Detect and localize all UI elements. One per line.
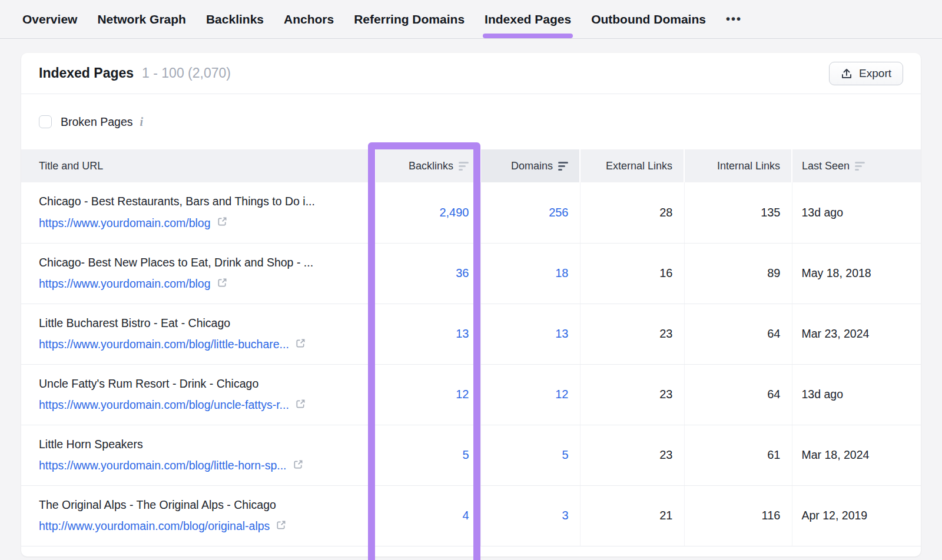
last-seen-value: 13d ago <box>792 364 921 425</box>
row-title: Uncle Fatty's Rum Resort - Drink - Chica… <box>39 377 375 391</box>
row-title: Chicago - Best Restaurants, Bars and Thi… <box>39 195 375 208</box>
tab-network-graph[interactable]: Network Graph <box>97 0 186 38</box>
backlinks-value[interactable]: 12 <box>456 388 469 401</box>
domains-value[interactable]: 3 <box>562 509 568 522</box>
row-url-link[interactable]: http://www.yourdomain.com/blog/original-… <box>39 519 270 533</box>
external-link-icon[interactable] <box>217 277 228 291</box>
row-url-link[interactable]: https://www.yourdomain.com/blog/little-h… <box>39 459 287 472</box>
domains-value[interactable]: 256 <box>549 206 568 219</box>
last-seen-value: Apr 12, 2019 <box>792 485 921 546</box>
table-row: Little Bucharest Bistro - Eat - Chicago … <box>21 304 921 364</box>
table-header-row: Title and URL Backlinks Domains External… <box>21 149 921 182</box>
external-links-value: 23 <box>580 425 684 485</box>
row-url-link[interactable]: https://www.yourdomain.com/blog <box>39 216 211 230</box>
report-tabs: Overview Network Graph Backlinks Anchors… <box>0 0 942 39</box>
external-link-icon[interactable] <box>293 459 304 473</box>
domains-value[interactable]: 18 <box>555 266 568 279</box>
column-header-backlinks[interactable]: Backlinks <box>375 149 480 182</box>
row-title: The Original Alps - The Original Alps - … <box>39 498 375 512</box>
export-icon <box>841 68 853 79</box>
row-title: Little Bucharest Bistro - Eat - Chicago <box>39 316 375 330</box>
sort-icon <box>855 162 865 171</box>
export-label: Export <box>859 67 891 80</box>
backlinks-value[interactable]: 4 <box>462 509 469 522</box>
last-seen-value: Mar 18, 2024 <box>792 425 921 485</box>
column-header-last-seen[interactable]: Last Seen <box>792 149 921 182</box>
sort-icon <box>459 162 469 171</box>
external-link-icon[interactable] <box>295 338 306 352</box>
backlinks-value[interactable]: 36 <box>456 266 469 279</box>
backlinks-value[interactable]: 2,490 <box>439 206 469 219</box>
broken-pages-label: Broken Pages <box>61 115 133 129</box>
table-row: Uncle Fatty's Rum Resort - Drink - Chica… <box>21 364 921 425</box>
tab-backlinks[interactable]: Backlinks <box>206 0 264 38</box>
broken-pages-checkbox[interactable] <box>39 115 52 128</box>
internal-links-value: 135 <box>684 182 792 243</box>
page-title: Indexed Pages <box>39 65 134 81</box>
table-row: Little Horn Speakers https://www.yourdom… <box>21 425 921 485</box>
external-links-value: 23 <box>580 304 684 364</box>
column-header-title-url: Title and URL <box>21 149 375 182</box>
domains-value[interactable]: 12 <box>555 388 568 401</box>
last-seen-value: May 18, 2018 <box>792 243 921 304</box>
table-row: Chicago- Best New Places to Eat, Drink a… <box>21 243 921 304</box>
sort-active-icon <box>558 162 568 171</box>
indexed-pages-table: Title and URL Backlinks Domains External… <box>21 149 921 546</box>
column-header-domains[interactable]: Domains <box>480 149 580 182</box>
internal-links-value: 61 <box>684 425 792 485</box>
row-url-link[interactable]: https://www.yourdomain.com/blog/uncle-fa… <box>39 398 289 412</box>
export-button[interactable]: Export <box>829 62 903 85</box>
tab-outbound-domains[interactable]: Outbound Domains <box>591 0 706 38</box>
more-tabs-icon[interactable]: ••• <box>726 0 742 38</box>
filter-controls: Broken Pages i <box>21 94 921 149</box>
last-seen-value: 13d ago <box>792 182 921 243</box>
external-links-value: 21 <box>580 485 684 546</box>
backlinks-value[interactable]: 13 <box>456 327 469 340</box>
info-icon[interactable]: i <box>140 115 144 129</box>
tab-overview[interactable]: Overview <box>22 0 77 38</box>
external-link-icon[interactable] <box>217 216 228 230</box>
table-row: The Original Alps - The Original Alps - … <box>21 485 921 546</box>
external-links-value: 16 <box>580 243 684 304</box>
column-header-internal-links: Internal Links <box>684 149 792 182</box>
row-title: Little Horn Speakers <box>39 438 375 451</box>
internal-links-value: 64 <box>684 364 792 425</box>
row-url-link[interactable]: https://www.yourdomain.com/blog <box>39 277 211 291</box>
row-title: Chicago- Best New Places to Eat, Drink a… <box>39 256 375 269</box>
tab-indexed-pages[interactable]: Indexed Pages <box>485 0 571 38</box>
result-range: 1 - 100 (2,070) <box>142 65 231 81</box>
table-row: Chicago - Best Restaurants, Bars and Thi… <box>21 182 921 243</box>
backlinks-value[interactable]: 5 <box>462 448 469 461</box>
internal-links-value: 64 <box>684 304 792 364</box>
external-link-icon[interactable] <box>295 398 306 412</box>
external-links-value: 28 <box>580 182 684 243</box>
domains-value[interactable]: 5 <box>562 448 568 461</box>
column-header-external-links: External Links <box>580 149 684 182</box>
panel-header: Indexed Pages 1 - 100 (2,070) Export <box>21 53 921 94</box>
tab-referring-domains[interactable]: Referring Domains <box>354 0 465 38</box>
internal-links-value: 89 <box>684 243 792 304</box>
external-links-value: 23 <box>580 364 684 425</box>
last-seen-value: Mar 23, 2024 <box>792 304 921 364</box>
external-link-icon[interactable] <box>276 519 287 534</box>
row-url-link[interactable]: https://www.yourdomain.com/blog/little-b… <box>39 338 289 351</box>
domains-value[interactable]: 13 <box>555 327 568 340</box>
tab-anchors[interactable]: Anchors <box>284 0 334 38</box>
indexed-pages-panel: Indexed Pages 1 - 100 (2,070) Export Bro… <box>21 53 921 556</box>
internal-links-value: 116 <box>684 485 792 546</box>
